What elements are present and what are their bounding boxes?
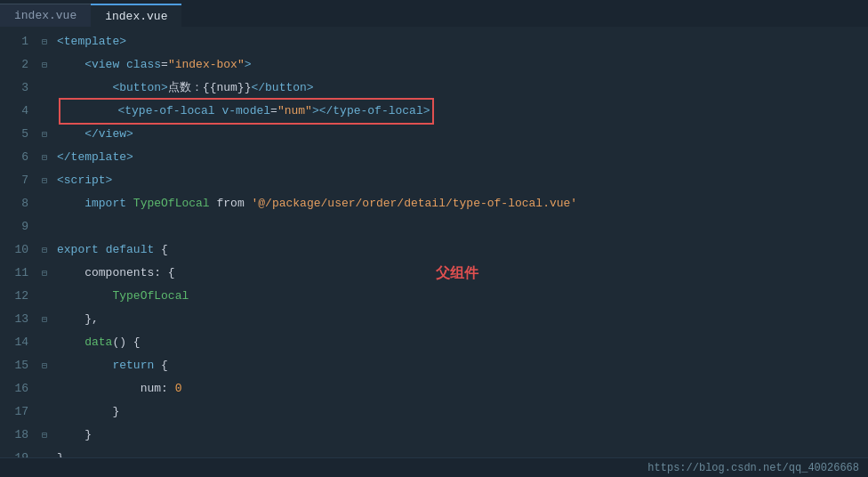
token: num: 0 <box>57 377 181 400</box>
gc-18[interactable]: ⊟ <box>36 424 53 447</box>
code-line-8: import TypeOfLocal from '@/package/user/… <box>53 192 868 215</box>
code-line-17: } <box>53 400 868 424</box>
token: return { <box>57 354 168 377</box>
code-line-15: return { <box>53 354 868 377</box>
code-line-1: <template> <box>53 30 868 53</box>
code-line-19: } <box>53 447 868 457</box>
code-line-4: <type-of-local v-model="num"></type-of-l… <box>53 100 868 123</box>
token <box>57 215 64 238</box>
ln-4: 4 <box>0 100 28 123</box>
token: <view class="index-box"> <box>57 53 252 77</box>
line-numbers: 1 2 3 4 5 6 7 8 9 10 11 12 13 14 15 16 1… <box>0 27 36 457</box>
token: } <box>57 447 64 457</box>
token: <template> <box>57 30 126 53</box>
ln-13: 13 <box>0 308 28 331</box>
gc-5[interactable]: ⊟ <box>36 123 53 146</box>
gc-2[interactable]: ⊟ <box>36 53 53 77</box>
ln-9: 9 <box>0 215 28 238</box>
gc-3 <box>36 77 53 100</box>
gc-17 <box>36 400 53 424</box>
ln-8: 8 <box>0 192 28 215</box>
code-line-18: } <box>53 424 868 447</box>
token: } <box>57 424 92 447</box>
ln-3: 3 <box>0 77 28 100</box>
code-line-2: <view class="index-box"> <box>53 53 868 77</box>
code-area: 1 2 3 4 5 6 7 8 9 10 11 12 13 14 15 16 1… <box>0 27 868 457</box>
token: data() { <box>57 331 141 354</box>
token: <script> <box>57 169 112 192</box>
tab-bar: index.vue index.vue <box>0 0 868 27</box>
ln-19: 19 <box>0 447 28 457</box>
gc-1[interactable]: ⊟ <box>36 30 53 53</box>
ln-12: 12 <box>0 285 28 308</box>
gutter: ⊟ ⊟ ⊟ ⊟ ⊟ ⊟ ⊟ ⊟ ⊟ ⊟ ⊟ <box>36 27 53 457</box>
csdn-url: https://blog.csdn.net/qq_40026668 <box>647 462 859 474</box>
code-line-7: <script> <box>53 169 868 192</box>
ln-7: 7 <box>0 169 28 192</box>
ln-6: 6 <box>0 146 28 169</box>
gc-12 <box>36 285 53 308</box>
ln-10: 10 <box>0 238 28 262</box>
ln-14: 14 <box>0 331 28 354</box>
code-line-6: </template> <box>53 146 868 169</box>
token: export default { <box>57 238 168 262</box>
ln-11: 11 <box>0 262 28 285</box>
code-line-9 <box>53 215 868 238</box>
gc-14 <box>36 331 53 354</box>
code-line-12: TypeOfLocal <box>53 285 868 308</box>
ln-5: 5 <box>0 123 28 146</box>
token: }, <box>57 308 99 331</box>
code-editor: index.vue index.vue 1 2 3 4 5 6 7 8 9 10… <box>0 0 868 477</box>
token: <type-of-local v-model="num"></type-of-l… <box>59 98 434 125</box>
ln-2: 2 <box>0 53 28 77</box>
token: import TypeOfLocal from '@/package/user/… <box>57 192 577 215</box>
gc-13[interactable]: ⊟ <box>36 308 53 331</box>
tab-2-label: index.vue <box>105 10 167 23</box>
gc-6[interactable]: ⊟ <box>36 146 53 169</box>
code-line-3: <button>点数：{{num}}</button> <box>53 77 868 100</box>
ln-18: 18 <box>0 424 28 447</box>
gc-4 <box>36 100 53 123</box>
gc-8 <box>36 192 53 215</box>
tab-1[interactable]: index.vue <box>0 4 91 27</box>
tab-1-label: index.vue <box>14 9 76 22</box>
gc-15[interactable]: ⊟ <box>36 354 53 377</box>
token: <button>点数：{{num}}</button> <box>57 77 314 100</box>
gc-11[interactable]: ⊟ <box>36 262 53 285</box>
gc-9 <box>36 215 53 238</box>
ln-15: 15 <box>0 354 28 377</box>
token: } <box>57 400 119 424</box>
code-line-14: data() { <box>53 331 868 354</box>
token: </view> <box>57 123 133 146</box>
code-line-13: }, <box>53 308 868 331</box>
code-lines: <template> <view class="index-box"> <but… <box>53 27 868 457</box>
token: components: { <box>57 262 175 285</box>
gc-7[interactable]: ⊟ <box>36 169 53 192</box>
ln-16: 16 <box>0 377 28 400</box>
code-line-5: </view> <box>53 123 868 146</box>
ln-17: 17 <box>0 400 28 424</box>
token: TypeOfLocal <box>57 285 189 308</box>
code-line-16: num: 0 <box>53 377 868 400</box>
bottom-bar: https://blog.csdn.net/qq_40026668 <box>0 457 868 477</box>
token: </template> <box>57 146 133 169</box>
gc-16 <box>36 377 53 400</box>
parent-component-label: 父组件 <box>436 262 478 285</box>
gc-19 <box>36 447 53 457</box>
code-line-10: export default { <box>53 238 868 262</box>
gc-10[interactable]: ⊟ <box>36 238 53 262</box>
code-line-11: components: { 父组件 <box>53 262 868 285</box>
ln-1: 1 <box>0 30 28 53</box>
tab-2[interactable]: index.vue <box>91 4 181 27</box>
